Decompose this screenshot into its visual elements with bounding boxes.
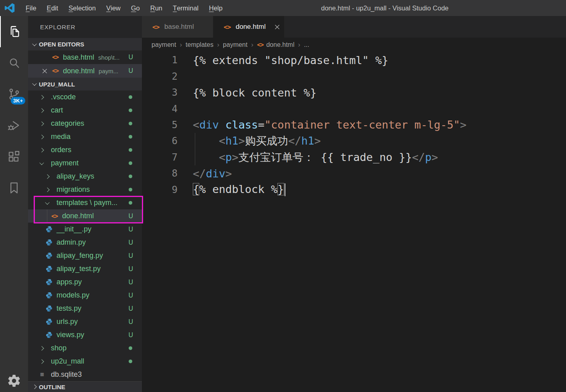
tree-file-alipay-feng.py[interactable]: alipay_feng.pyU [28,249,142,262]
tree-folder-categories[interactable]: categories [28,117,142,130]
code-line[interactable]: 1{% extends "shop/base.html" %} [142,52,566,68]
chevron-down-icon [32,81,36,86]
git-modified-dot [129,109,132,112]
breadcrumb: payment›templates›payment›<>done.html›..… [142,38,566,52]
tree-item-label: alipay_keys [57,172,94,181]
menu-file[interactable]: File [20,0,42,16]
outline-header[interactable]: OUTLINE [28,381,142,392]
git-status-badge: U [128,54,133,61]
explorer-icon[interactable] [0,16,28,47]
tree-folder-shop[interactable]: shop [28,342,142,355]
tree-item-label: done.html [62,212,94,220]
open-editor-name: done.html [63,67,95,75]
menu-go[interactable]: Go [126,0,145,16]
tree-file-tests.py[interactable]: tests.pyU [28,302,142,315]
git-modified-dot [129,175,132,178]
menu-view[interactable]: View [101,0,126,16]
breadcrumb-separator: › [247,41,257,49]
tree-file--init-.py[interactable]: __init__.pyU [28,223,142,236]
bookmarks-icon[interactable] [0,172,28,203]
code-line[interactable]: 5<div class="container text-center m-lg-… [142,117,566,133]
code-line[interactable]: 3{% block content %} [142,84,566,101]
code-line[interactable]: 9{% endblock %} [142,182,566,198]
open-editor-name: base.html [63,53,94,62]
window-title: done.html - up2u_mall - Visual Studio Co… [281,4,489,12]
chevron-down-icon [32,41,36,46]
git-status-badge: U [128,292,133,299]
line-number: 5 [142,119,178,131]
source-control-icon[interactable]: 3K+ [0,78,28,110]
search-icon[interactable] [0,47,28,78]
code-line[interactable]: 2 [142,68,566,84]
python-icon [46,318,54,325]
close-icon[interactable] [42,68,52,74]
breadcrumb-item[interactable]: templates [186,41,213,48]
menu-run[interactable]: Run [145,0,168,16]
code-line-content: <p>支付宝订单号： {{ trade_no }}</p> [178,150,438,165]
breadcrumb-item[interactable]: ... [304,41,309,48]
breadcrumb-item[interactable]: payment [152,41,176,48]
tree-item-label: __init__.py [57,225,91,233]
tree-folder-alipay-keys[interactable]: alipay_keys [28,170,142,183]
tree-folder-migrations[interactable]: migrations [28,183,142,196]
tree-folder-media[interactable]: media [28,130,142,143]
breadcrumb-separator: › [294,41,304,49]
open-editor-item[interactable]: <>base.htmlshop\t...U [28,50,142,64]
folder-twistie [40,109,48,112]
code-line[interactable]: 7 <p>支付宝订单号： {{ trade_no }}</p> [142,149,566,165]
git-status-badge: U [128,252,133,259]
activity-bar: 3K+ [0,16,28,392]
tab-done-html[interactable]: <>done.html [213,16,285,38]
breadcrumb-label: templates [186,41,213,48]
python-icon [46,279,54,285]
tree-file-views.py[interactable]: views.pyU [28,328,142,342]
tree-file-db.sqlite3[interactable]: ≡db.sqlite3 [28,368,142,381]
chevron-right-icon [39,121,44,126]
code-line[interactable]: 8</div> [142,165,566,181]
tree-file-models.py[interactable]: models.pyU [28,289,142,302]
breadcrumb-item[interactable]: <>done.html [257,41,294,48]
html-file-icon: <> [52,54,60,61]
sidebar-title: EXPLORER [28,16,142,38]
folder-twistie [40,149,48,152]
source-control-badge: 3K+ [11,97,25,105]
open-editors-header[interactable]: OPEN EDITORS [28,38,142,50]
tree-file-alipay-test.py[interactable]: alipay_test.pyU [28,262,142,275]
tab-close-icon[interactable] [274,24,280,30]
tree-folder-payment[interactable]: payment [28,157,142,170]
tree-file-apps.py[interactable]: apps.pyU [28,275,142,289]
settings-gear-icon[interactable] [0,374,28,388]
git-modified-dot [129,135,132,139]
tree-item-label: migrations [57,185,90,194]
menu-help[interactable]: Help [204,0,228,16]
menu-edit[interactable]: Edit [42,0,63,16]
tree-file-urls.py[interactable]: urls.pyU [28,315,142,328]
code-line[interactable]: 4 [142,101,566,117]
code-editor[interactable]: 1{% extends "shop/base.html" %}23{% bloc… [142,52,566,392]
code-line[interactable]: 6 <h1>购买成功</h1> [142,133,566,149]
tree-file-done.html[interactable]: <>done.htmlU [28,209,142,223]
breadcrumb-item[interactable]: payment [223,41,247,48]
chevron-right-icon [32,384,36,389]
tree-folder-cart[interactable]: cart [28,104,142,117]
tree-folder-orders[interactable]: orders [28,143,142,157]
menu-selection[interactable]: Selection [63,0,101,16]
open-editor-description: paym... [99,68,118,74]
tree-folder-up2u-mall[interactable]: up2u_mall [28,355,142,368]
extensions-icon[interactable] [0,141,28,172]
project-header[interactable]: UP2U_MALL [28,78,142,90]
chevron-down-icon [45,200,49,204]
python-icon [46,239,54,246]
tree-folder-templates-paym...[interactable]: templates \ paym... [28,196,142,209]
folder-twistie [40,96,48,99]
tree-file-admin.py[interactable]: admin.pyU [28,236,142,249]
menu-terminal[interactable]: Terminal [168,0,204,16]
line-number: 3 [142,87,178,98]
git-status-badge: U [128,332,133,339]
tree-folder-.vscode[interactable]: .vscode [28,90,142,104]
open-editor-item[interactable]: <>done.htmlpaym...U [28,64,142,78]
tab-base-html[interactable]: <>base.html [142,16,213,38]
run-and-debug-icon[interactable] [0,110,28,141]
file-tree: .vscodecartcategoriesmediaorderspaymenta… [28,90,142,381]
editor-tabs: <>base.html<>done.html [142,16,566,38]
